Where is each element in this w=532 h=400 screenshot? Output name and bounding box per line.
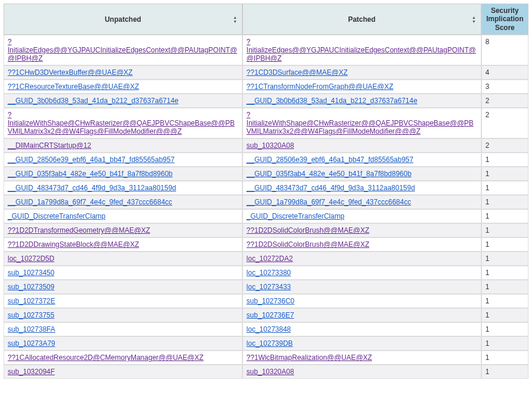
table-row: __DllMainCRTStartup@12sub_10320A082	[4, 138, 528, 153]
table-row: ??1CAllocatedResource2D@CMemoryManager@@…	[4, 351, 528, 365]
table-row: ??1D2DDrawingStateBlock@@MAE@XZ??1D2DSol…	[4, 237, 528, 252]
unpatched-link[interactable]: ?InitializeWithShape@CHwRasterizer@@QAEJ…	[8, 111, 235, 135]
unpatched-link[interactable]: sub_10273450	[8, 269, 54, 277]
cell-unpatched: ??1D2DDrawingStateBlock@@MAE@XZ	[4, 237, 242, 252]
table-row: ??1D2DTransformedGeometry@@MAE@XZ??1D2DS…	[4, 223, 528, 237]
unpatched-link[interactable]: sub_102738FA	[8, 325, 55, 333]
patched-link[interactable]: __GUID_28506e39_ebf6_46a1_bb47_fd85565ab…	[247, 156, 414, 164]
patched-link[interactable]: __GUID_035f3ab4_482e_4e50_b41f_8a7f8bd89…	[247, 170, 411, 178]
unpatched-link[interactable]: sub_10273755	[8, 311, 54, 319]
cell-patched: loc_10273433	[242, 280, 481, 294]
patched-link[interactable]: sub_102736E7	[247, 311, 294, 319]
patched-link[interactable]: loc_10273433	[247, 283, 291, 291]
cell-score: 1	[481, 308, 528, 322]
cell-patched: __GUID_1a799d8a_69f7_4e4c_9fed_437ccc668…	[242, 195, 481, 209]
unpatched-link[interactable]: ??1CHwD3DVertexBuffer@@UAE@XZ	[8, 68, 132, 77]
unpatched-link[interactable]: loc_10272D5D	[8, 254, 54, 263]
patched-link[interactable]: _GUID_DiscreteTransferClamp	[247, 212, 344, 220]
cell-score: 3	[481, 80, 528, 94]
cell-patched: ??1WicBitmapRealization@@UAE@XZ	[242, 351, 481, 365]
patched-link[interactable]: __GUID_1a799d8a_69f7_4e4c_9fed_437ccc668…	[247, 198, 411, 206]
cell-patched: ??1D2DSolidColorBrush@@MAE@XZ	[242, 223, 481, 237]
patched-link[interactable]: ??1CD3DSurface@@MAE@XZ	[247, 68, 348, 77]
patched-link[interactable]: __GUID_3b0b6d38_53ad_41da_b212_d37637a67…	[247, 97, 417, 105]
table-row: ?InitializeWithShape@CHwRasterizer@@QAEJ…	[4, 108, 528, 138]
column-header-score[interactable]: Security Implication Score	[481, 4, 528, 35]
table-row: ?InitializeEdges@@YGJPAUCInitializeEdges…	[4, 35, 528, 65]
unpatched-link[interactable]: __GUID_28506e39_ebf6_46a1_bb47_fd85565ab…	[8, 156, 175, 164]
cell-score: 2	[481, 138, 528, 153]
unpatched-link[interactable]: _GUID_DiscreteTransferClamp	[8, 212, 105, 220]
patched-link[interactable]: ??1D2DSolidColorBrush@@MAE@XZ	[247, 226, 370, 234]
patched-link[interactable]: ?InitializeWithShape@CHwRasterizer@@QAEJ…	[247, 111, 474, 135]
table-row: sub_10273509loc_102734331	[4, 280, 528, 294]
cell-unpatched: sub_1027372E	[4, 294, 242, 308]
cell-unpatched: __GUID_3b0b6d38_53ad_41da_b212_d37637a67…	[4, 94, 242, 108]
unpatched-link[interactable]: __DllMainCRTStartup@12	[8, 141, 91, 150]
unpatched-link[interactable]: __GUID_1a799d8a_69f7_4e4c_9fed_437ccc668…	[8, 198, 172, 206]
cell-patched: sub_102736E7	[242, 308, 481, 322]
cell-unpatched: sub_10273A79	[4, 336, 242, 351]
cell-patched: __GUID_483473d7_cd46_4f9d_9d3a_3112aa801…	[242, 181, 481, 195]
cell-patched: __GUID_3b0b6d38_53ad_41da_b212_d37637a67…	[242, 94, 481, 108]
column-header-unpatched[interactable]: Unpatched ▲▼	[4, 4, 242, 35]
cell-unpatched: sub_1032094F	[4, 365, 242, 379]
cell-patched: ?InitializeWithShape@CHwRasterizer@@QAEJ…	[242, 108, 481, 138]
patched-link[interactable]: loc_10273848	[247, 325, 291, 333]
cell-patched: ?InitializeEdges@@YGJPAUCInitializeEdges…	[242, 35, 481, 65]
patched-link[interactable]: sub_102736C0	[247, 297, 294, 305]
unpatched-link[interactable]: sub_10273509	[8, 283, 54, 291]
patched-link[interactable]: loc_10273380	[247, 269, 291, 277]
sort-icon[interactable]: ▲▼	[233, 15, 237, 23]
unpatched-link[interactable]: ??1CResourceTextureBase@@UAE@XZ	[8, 82, 139, 91]
unpatched-link[interactable]: __GUID_3b0b6d38_53ad_41da_b212_d37637a67…	[8, 97, 178, 105]
patched-link[interactable]: ?InitializeEdges@@YGJPAUCInitializeEdges…	[247, 38, 476, 62]
cell-unpatched: __GUID_1a799d8a_69f7_4e4c_9fed_437ccc668…	[4, 195, 242, 209]
unpatched-link[interactable]: ??1D2DTransformedGeometry@@MAE@XZ	[8, 226, 150, 234]
unpatched-link[interactable]: sub_1027372E	[8, 297, 55, 305]
cell-unpatched: ?InitializeEdges@@YGJPAUCInitializeEdges…	[4, 35, 242, 65]
cell-patched: loc_10273380	[242, 266, 481, 280]
table-row: sub_10273450loc_102733801	[4, 266, 528, 280]
cell-unpatched: ??1CHwD3DVertexBuffer@@UAE@XZ	[4, 65, 242, 80]
cell-score: 2	[481, 108, 528, 138]
patched-link[interactable]: loc_10272DA2	[247, 254, 293, 263]
unpatched-link[interactable]: ??1D2DDrawingStateBlock@@MAE@XZ	[8, 240, 139, 249]
unpatched-link[interactable]: ?InitializeEdges@@YGJPAUCInitializeEdges…	[8, 38, 237, 62]
table-row: __GUID_035f3ab4_482e_4e50_b41f_8a7f8bd89…	[4, 167, 528, 181]
cell-score: 1	[481, 336, 528, 351]
unpatched-link[interactable]: __GUID_035f3ab4_482e_4e50_b41f_8a7f8bd89…	[8, 170, 172, 178]
sort-icon[interactable]: ▲▼	[472, 15, 476, 23]
cell-score: 1	[481, 181, 528, 195]
column-header-patched[interactable]: Patched ▲▼	[242, 4, 481, 35]
table-row: sub_102738FAloc_102738481	[4, 322, 528, 336]
unpatched-link[interactable]: __GUID_483473d7_cd46_4f9d_9d3a_3112aa801…	[8, 184, 176, 192]
unpatched-link[interactable]: ??1CAllocatedResource2D@CMemoryManager@@…	[8, 353, 204, 362]
cell-patched: loc_10272DA2	[242, 252, 481, 266]
cell-patched: sub_10320A08	[242, 138, 481, 153]
patched-link[interactable]: ??1WicBitmapRealization@@UAE@XZ	[247, 353, 372, 362]
table-row: __GUID_3b0b6d38_53ad_41da_b212_d37637a67…	[4, 94, 528, 108]
table-row: ??1CResourceTextureBase@@UAE@XZ??1CTrans…	[4, 80, 528, 94]
unpatched-link[interactable]: sub_10273A79	[8, 339, 55, 348]
cell-patched: _GUID_DiscreteTransferClamp	[242, 209, 481, 223]
cell-patched: loc_10273848	[242, 322, 481, 336]
table-row: _GUID_DiscreteTransferClamp_GUID_Discret…	[4, 209, 528, 223]
unpatched-link[interactable]: sub_1032094F	[8, 368, 55, 376]
table-row: sub_1032094Fsub_10320A081	[4, 365, 528, 379]
patched-link[interactable]: __GUID_483473d7_cd46_4f9d_9d3a_3112aa801…	[247, 184, 415, 192]
table-row: ??1CHwD3DVertexBuffer@@UAE@XZ??1CD3DSurf…	[4, 65, 528, 80]
cell-score: 1	[481, 195, 528, 209]
cell-score: 1	[481, 294, 528, 308]
patched-link[interactable]: sub_10320A08	[247, 368, 294, 376]
cell-score: 1	[481, 223, 528, 237]
patched-link[interactable]: sub_10320A08	[247, 141, 294, 150]
patched-link[interactable]: ??1CTransformNodeFromGraph@@UAE@XZ	[247, 82, 394, 91]
table-body: ?InitializeEdges@@YGJPAUCInitializeEdges…	[4, 35, 528, 379]
patched-link[interactable]: loc_102739DB	[247, 339, 293, 348]
cell-unpatched: __GUID_035f3ab4_482e_4e50_b41f_8a7f8bd89…	[4, 167, 242, 181]
cell-unpatched: __GUID_28506e39_ebf6_46a1_bb47_fd85565ab…	[4, 153, 242, 167]
patched-link[interactable]: ??1D2DSolidColorBrush@@MAE@XZ	[247, 240, 370, 249]
cell-unpatched: _GUID_DiscreteTransferClamp	[4, 209, 242, 223]
cell-patched: sub_10320A08	[242, 365, 481, 379]
